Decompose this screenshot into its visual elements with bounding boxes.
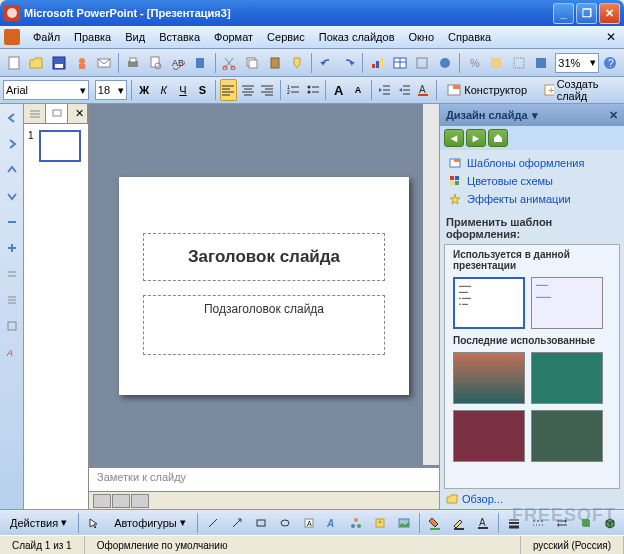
email-button[interactable]: [94, 52, 116, 74]
expand-button[interactable]: %: [463, 52, 485, 74]
fill-color-button[interactable]: [424, 512, 446, 534]
taskpane-close-button[interactable]: ✕: [609, 109, 618, 122]
slide-title-placeholder[interactable]: Заголовок слайда: [143, 233, 385, 281]
slide-canvas[interactable]: Заголовок слайда Подзаголовок слайда: [89, 104, 439, 467]
close-button[interactable]: ✕: [599, 3, 620, 24]
menu-tools[interactable]: Сервис: [260, 29, 312, 45]
actions-menu[interactable]: Действия ▾: [3, 512, 74, 534]
maximize-button[interactable]: ❐: [576, 3, 597, 24]
template-thumb[interactable]: [531, 410, 603, 462]
menu-help[interactable]: Справка: [441, 29, 498, 45]
menu-window[interactable]: Окно: [402, 29, 442, 45]
font-color-button[interactable]: A: [414, 79, 431, 101]
slides-tab[interactable]: [46, 104, 68, 123]
new-slide-button[interactable]: +Создать слайд: [536, 79, 621, 101]
align-right-button[interactable]: [258, 79, 275, 101]
arrow-right-icon[interactable]: [2, 134, 22, 154]
designer-button[interactable]: Конструктор: [440, 79, 534, 101]
menu-insert[interactable]: Вставка: [152, 29, 207, 45]
template-thumb[interactable]: ━━━━━━━━━: [531, 277, 603, 329]
hyperlink-button[interactable]: [434, 52, 456, 74]
help-button[interactable]: ?: [600, 52, 622, 74]
templates-list[interactable]: Используется в данной презентации ━━━━━━…: [444, 244, 620, 489]
align-left-button[interactable]: [220, 79, 237, 101]
research-button[interactable]: [190, 52, 212, 74]
show-formatting-icon[interactable]: A: [2, 342, 22, 362]
cut-button[interactable]: [219, 52, 241, 74]
font-size-combo[interactable]: 18▾: [95, 80, 127, 100]
picture-button[interactable]: [393, 512, 415, 534]
collapse-icon[interactable]: [2, 212, 22, 232]
diagram-button[interactable]: [345, 512, 367, 534]
new-button[interactable]: [3, 52, 25, 74]
font-combo[interactable]: Arial▾: [3, 80, 89, 100]
paste-button[interactable]: [264, 52, 286, 74]
undo-button[interactable]: [315, 52, 337, 74]
minimize-button[interactable]: _: [553, 3, 574, 24]
clipart-button[interactable]: [369, 512, 391, 534]
decrease-indent-button[interactable]: [376, 79, 393, 101]
copy-button[interactable]: [241, 52, 263, 74]
print-button[interactable]: [122, 52, 144, 74]
permission-button[interactable]: [71, 52, 93, 74]
shadow-button[interactable]: S: [194, 79, 211, 101]
show-formatting-button[interactable]: [485, 52, 507, 74]
chart-button[interactable]: [366, 52, 388, 74]
doc-close-button[interactable]: ✕: [602, 30, 620, 44]
increase-indent-button[interactable]: [395, 79, 412, 101]
wordart-button[interactable]: A: [322, 512, 344, 534]
color-button[interactable]: [531, 52, 553, 74]
select-button[interactable]: [83, 512, 105, 534]
summary-icon[interactable]: [2, 316, 22, 336]
menu-edit[interactable]: Правка: [67, 29, 118, 45]
design-templates-link[interactable]: Шаблоны оформления: [448, 154, 616, 172]
animation-link[interactable]: Эффекты анимации: [448, 190, 616, 208]
notes-pane[interactable]: Заметки к слайду: [89, 467, 439, 491]
arrow-up-icon[interactable]: [2, 160, 22, 180]
redo-button[interactable]: [338, 52, 360, 74]
font-color-button-2[interactable]: A: [472, 512, 494, 534]
tab-close-button[interactable]: ✕: [68, 104, 88, 123]
line-button[interactable]: [202, 512, 224, 534]
save-button[interactable]: [48, 52, 70, 74]
nav-forward-button[interactable]: ►: [466, 129, 486, 147]
increase-font-button[interactable]: A: [330, 79, 347, 101]
line-color-button[interactable]: [448, 512, 470, 534]
template-thumb[interactable]: [531, 352, 603, 404]
menu-file[interactable]: Файл: [26, 29, 67, 45]
template-thumb[interactable]: [453, 410, 525, 462]
table-button[interactable]: [389, 52, 411, 74]
oval-button[interactable]: [274, 512, 296, 534]
color-schemes-link[interactable]: Цветовые схемы: [448, 172, 616, 190]
expand-icon[interactable]: [2, 238, 22, 258]
spelling-button[interactable]: ABC: [167, 52, 189, 74]
underline-button[interactable]: Ч: [174, 79, 191, 101]
rectangle-button[interactable]: [250, 512, 272, 534]
numbering-button[interactable]: 12: [285, 79, 302, 101]
bold-button[interactable]: Ж: [136, 79, 153, 101]
slideshow-view-button[interactable]: [131, 494, 149, 508]
italic-button[interactable]: К: [155, 79, 172, 101]
sorter-view-button[interactable]: [112, 494, 130, 508]
arrow-down-icon[interactable]: [2, 186, 22, 206]
arrow-left-icon[interactable]: [2, 108, 22, 128]
normal-view-button[interactable]: [93, 494, 111, 508]
grid-button[interactable]: [508, 52, 530, 74]
menu-view[interactable]: Вид: [118, 29, 152, 45]
menu-slideshow[interactable]: Показ слайдов: [312, 29, 402, 45]
app-icon[interactable]: [4, 29, 20, 45]
slide-subtitle-placeholder[interactable]: Подзаголовок слайда: [143, 295, 385, 355]
tables-borders-button[interactable]: [412, 52, 434, 74]
nav-home-button[interactable]: [488, 129, 508, 147]
template-thumb[interactable]: [453, 352, 525, 404]
collapse-all-icon[interactable]: [2, 264, 22, 284]
template-thumb[interactable]: ━━━━━━━• ━━━• ━━: [453, 277, 525, 329]
textbox-button[interactable]: A: [298, 512, 320, 534]
decrease-font-button[interactable]: A: [349, 79, 366, 101]
vertical-scrollbar[interactable]: [423, 104, 439, 465]
nav-back-button[interactable]: ◄: [444, 129, 464, 147]
menu-format[interactable]: Формат: [207, 29, 260, 45]
open-button[interactable]: [26, 52, 48, 74]
align-center-button[interactable]: [239, 79, 256, 101]
zoom-combo[interactable]: 31%▾: [555, 53, 598, 73]
